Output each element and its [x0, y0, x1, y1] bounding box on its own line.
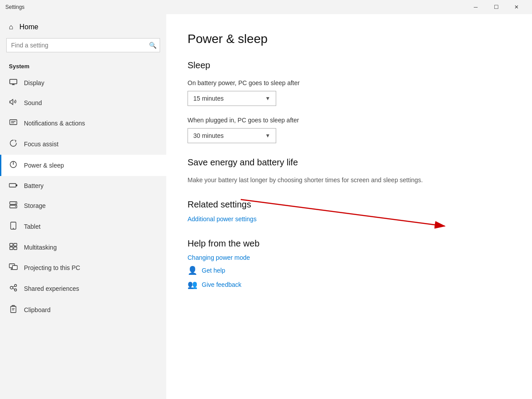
svg-rect-9 [16, 184, 17, 186]
svg-point-13 [15, 206, 16, 207]
sidebar-item-home[interactable]: ⌂ Home [0, 14, 166, 38]
sidebar-item-shared[interactable]: Shared experiences [0, 278, 166, 299]
display-label: Display [24, 79, 44, 86]
notifications-icon [9, 119, 18, 128]
maximize-button[interactable]: ☐ [486, 0, 506, 14]
svg-rect-8 [9, 184, 16, 187]
search-input[interactable] [6, 38, 160, 52]
help-title: Help from the web [188, 239, 511, 249]
shared-label: Shared experiences [24, 285, 79, 292]
battery-icon [9, 182, 18, 190]
help-section: Help from the web Changing power mode 👤 … [188, 239, 511, 289]
svg-point-15 [13, 228, 14, 229]
get-help-icon: 👤 [188, 266, 197, 275]
additional-power-settings-link[interactable]: Additional power settings [188, 215, 257, 223]
svg-line-28 [13, 289, 15, 289]
home-icon: ⌂ [9, 23, 13, 31]
power-icon [9, 160, 18, 170]
sidebar-item-sound[interactable]: Sound [0, 93, 166, 113]
close-button[interactable]: ✕ [506, 0, 527, 14]
focus-icon [9, 139, 18, 149]
main-content: Power & sleep Sleep On battery power, PC… [166, 14, 532, 399]
sidebar-item-battery[interactable]: Battery [0, 176, 166, 196]
storage-icon [9, 201, 18, 210]
tablet-label: Tablet [24, 223, 40, 230]
clipboard-icon [9, 305, 18, 315]
sound-label: Sound [24, 99, 42, 106]
window-controls: ─ ☐ ✕ [466, 0, 527, 14]
sidebar-section-label: System [0, 59, 166, 73]
save-energy-section: Save energy and battery life Make your b… [188, 157, 511, 184]
related-settings-section: Related settings Additional power settin… [188, 200, 511, 239]
shared-icon [9, 284, 18, 293]
svg-point-25 [15, 285, 17, 287]
related-settings-title: Related settings [188, 200, 511, 210]
projecting-label: Projecting to this PC [24, 264, 80, 271]
battery-label: Battery [24, 182, 43, 189]
focus-label: Focus assist [24, 141, 59, 148]
sidebar-item-projecting[interactable]: Projecting to this PC [0, 258, 166, 278]
save-energy-description: Make your battery last longer by choosin… [188, 176, 511, 184]
sound-icon [9, 98, 18, 107]
svg-point-26 [15, 289, 17, 291]
sidebar-item-display[interactable]: Display [0, 73, 166, 93]
multitasking-icon [9, 243, 18, 252]
svg-rect-3 [10, 120, 17, 125]
svg-rect-16 [10, 243, 13, 246]
svg-line-27 [13, 286, 15, 287]
minimize-button[interactable]: ─ [466, 0, 486, 14]
titlebar: Settings ─ ☐ ✕ [0, 0, 532, 14]
sidebar: ⌂ Home 🔍 System Display Sound [0, 14, 166, 399]
plugged-sleep-arrow-icon: ▼ [265, 133, 270, 139]
give-feedback-icon: 👥 [188, 280, 197, 289]
give-feedback-text: Give feedback [202, 281, 242, 288]
notifications-label: Notifications & actions [24, 120, 85, 127]
changing-power-mode-link[interactable]: Changing power mode [188, 254, 511, 261]
plugged-sleep-value: 30 minutes [193, 132, 223, 139]
search-icon: 🔍 [149, 42, 156, 49]
svg-rect-19 [14, 247, 17, 250]
storage-label: Storage [24, 202, 46, 209]
battery-sleep-value: 15 minutes [193, 95, 223, 102]
svg-rect-17 [14, 243, 17, 246]
svg-point-24 [10, 286, 13, 289]
page-title: Power & sleep [188, 32, 511, 46]
sidebar-item-tablet[interactable]: Tablet [0, 216, 166, 237]
home-label: Home [20, 23, 39, 31]
svg-rect-29 [11, 306, 16, 313]
sidebar-item-multitasking[interactable]: Multitasking [0, 237, 166, 258]
plugged-sleep-label: When plugged in, PC goes to sleep after [188, 117, 511, 124]
clipboard-label: Clipboard [24, 306, 51, 313]
sidebar-item-notifications[interactable]: Notifications & actions [0, 113, 166, 133]
svg-point-12 [15, 203, 16, 203]
svg-rect-18 [10, 247, 13, 250]
get-help-link[interactable]: 👤 Get help [188, 266, 511, 275]
projecting-icon [9, 263, 18, 272]
tablet-icon [9, 222, 18, 231]
sidebar-item-clipboard[interactable]: Clipboard [0, 299, 166, 321]
search-box: 🔍 [6, 38, 160, 52]
battery-sleep-arrow-icon: ▼ [265, 95, 270, 102]
give-feedback-link[interactable]: 👥 Give feedback [188, 280, 511, 289]
multitasking-label: Multitasking [24, 244, 57, 251]
app-title: Settings [5, 4, 466, 10]
sidebar-item-storage[interactable]: Storage [0, 196, 166, 216]
sleep-section-title: Sleep [188, 60, 511, 70]
app-body: ⌂ Home 🔍 System Display Sound [0, 14, 532, 399]
plugged-sleep-dropdown[interactable]: 30 minutes ▼ [188, 128, 276, 143]
battery-sleep-label: On battery power, PC goes to sleep after [188, 79, 511, 86]
save-energy-title: Save energy and battery life [188, 157, 511, 168]
get-help-text: Get help [202, 267, 225, 274]
display-icon [9, 79, 18, 87]
battery-sleep-dropdown[interactable]: 15 minutes ▼ [188, 91, 276, 106]
sidebar-item-focus[interactable]: Focus assist [0, 133, 166, 155]
sidebar-item-power[interactable]: Power & sleep [0, 155, 166, 176]
svg-rect-0 [10, 79, 17, 84]
power-label: Power & sleep [24, 162, 64, 169]
svg-rect-21 [12, 266, 17, 270]
changing-power-mode-text: Changing power mode [188, 254, 250, 261]
